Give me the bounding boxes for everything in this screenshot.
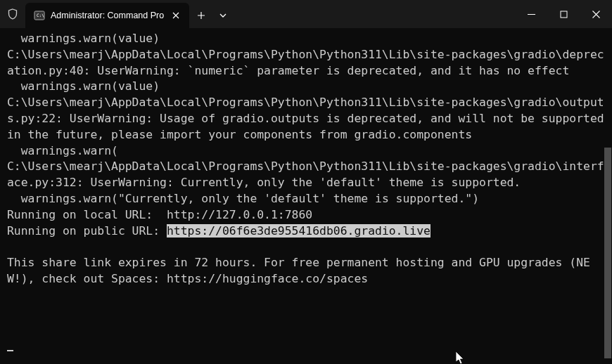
svg-rect-2 [561,11,567,18]
close-button[interactable] [580,0,612,28]
new-tab-button[interactable] [189,3,213,28]
output-line: warnings.warn( [7,144,118,157]
scrollbar-thumb[interactable] [604,148,611,358]
output-line: C:\Users\mearj\AppData\Local\Programs\Py… [7,96,611,141]
output-line: warnings.warn("Currently, only the 'defa… [7,192,479,205]
titlebar-drag-region[interactable] [233,0,515,28]
tab-close-button[interactable] [170,9,182,22]
window-controls [515,0,612,28]
public-url-label: Running on public URL: [7,224,167,238]
output-line: Running on local URL: http://127.0.0.1:7… [7,208,312,221]
svg-text:C:\: C:\ [37,13,44,18]
mouse-cursor-icon [456,351,466,364]
maximize-button[interactable] [547,0,580,28]
output-line: warnings.warn(value) [7,32,160,45]
terminal-tab[interactable]: C:\ Administrator: Command Pro [25,3,189,28]
output-line: C:\Users\mearj\AppData\Local\Programs\Py… [7,48,604,77]
output-line: This share link expires in 72 hours. For… [7,256,590,285]
minimize-button[interactable] [515,0,547,28]
scrollbar[interactable] [604,28,611,364]
terminal-cursor [7,350,13,351]
terminal-output[interactable]: warnings.warn(value) C:\Users\mearj\AppD… [0,28,612,294]
cmd-icon: C:\ [34,10,45,21]
tab-dropdown-button[interactable] [213,3,233,28]
admin-shield-icon [0,0,25,28]
output-line: warnings.warn(value) [7,79,160,93]
output-line: C:\Users\mearj\AppData\Local\Programs\Py… [7,160,604,189]
tab-title: Administrator: Command Pro [51,11,164,20]
selected-url[interactable]: https://06f6e3de955416db06.gradio.live [167,224,431,238]
titlebar: C:\ Administrator: Command Pro [0,0,612,28]
